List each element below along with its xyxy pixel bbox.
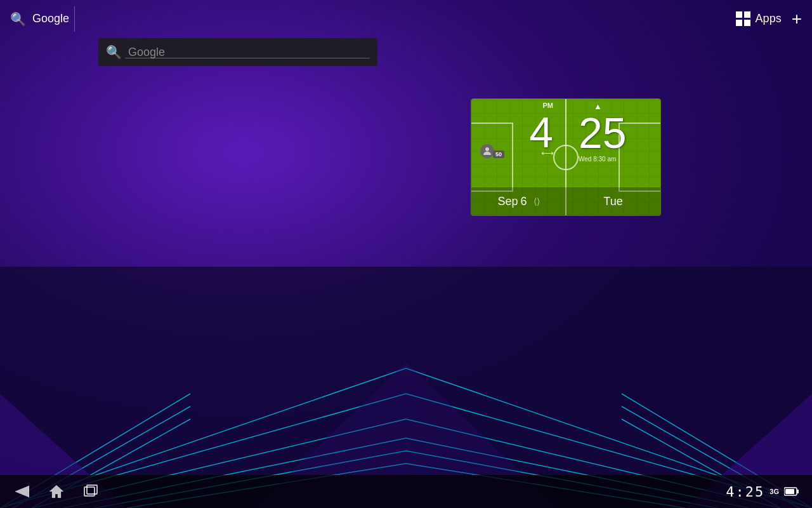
search-dropdown-icon: 🔍 <box>106 44 122 60</box>
topbar-divider <box>74 6 75 32</box>
clock-bottom-section: Sep 6 ⟨⟩ Tue <box>471 187 660 215</box>
clock-widget[interactable]: PM 4 50 ⟷ <box>471 98 661 216</box>
expand-arrows: ⟷ <box>541 148 554 158</box>
apps-label: Apps <box>756 12 782 25</box>
prev-arrows: ⟨⟩ <box>534 196 540 206</box>
svg-marker-23 <box>15 486 29 497</box>
search-input[interactable] <box>128 46 370 59</box>
svg-rect-29 <box>785 489 794 494</box>
google-search-trigger[interactable]: 🔍 Google <box>10 11 69 27</box>
clock-widget-inner: PM 4 50 ⟷ <box>471 99 660 215</box>
top-right-area: Apps + <box>736 10 802 28</box>
network-icon: 3G <box>769 488 779 495</box>
notification-badge: 50 <box>493 150 504 158</box>
home-button[interactable] <box>48 483 65 500</box>
wallpaper-lines <box>0 267 812 508</box>
alarm-day: Tue <box>603 195 622 208</box>
apps-grid-icon <box>736 11 750 26</box>
svg-rect-28 <box>797 490 799 493</box>
clock-top-section: PM 4 50 ⟷ <box>471 99 660 187</box>
clock-left: PM 4 50 ⟷ <box>471 99 566 187</box>
alarm-info: Wed 8:30 am <box>579 156 616 163</box>
clock-right: ▲ 25 Wed 8:30 am <box>566 99 660 187</box>
top-bar: 🔍 Google Apps + <box>0 0 812 37</box>
battery-icon <box>784 487 799 496</box>
search-dropdown: 🔍 <box>98 38 377 66</box>
search-icon-top: 🔍 <box>10 11 26 27</box>
user-avatar <box>480 144 494 158</box>
clock-bottom-right: Tue <box>566 187 660 215</box>
add-button[interactable]: + <box>792 10 802 28</box>
status-right: 4:25 3G <box>726 484 799 500</box>
alarm-icon: ▲ <box>594 102 602 111</box>
svg-point-22 <box>485 147 489 151</box>
clock-date-month: Sep <box>497 195 518 208</box>
search-underline <box>125 58 370 58</box>
clock-content: PM 4 50 ⟷ <box>471 99 660 215</box>
apps-button[interactable]: Apps <box>736 11 782 26</box>
clock-bottom-left: Sep 6 ⟨⟩ <box>471 187 566 215</box>
recents-button[interactable] <box>84 485 99 498</box>
google-search-label: Google <box>32 12 69 25</box>
clock-hour: 4 <box>529 110 553 154</box>
back-button[interactable] <box>13 485 29 498</box>
time-display: 4:25 <box>726 484 764 500</box>
bottom-bar: 4:25 3G <box>0 475 812 508</box>
svg-marker-24 <box>49 485 63 498</box>
nav-buttons <box>13 483 99 500</box>
clock-date-day: 6 <box>521 195 527 208</box>
clock-minute: 25 <box>579 111 627 154</box>
